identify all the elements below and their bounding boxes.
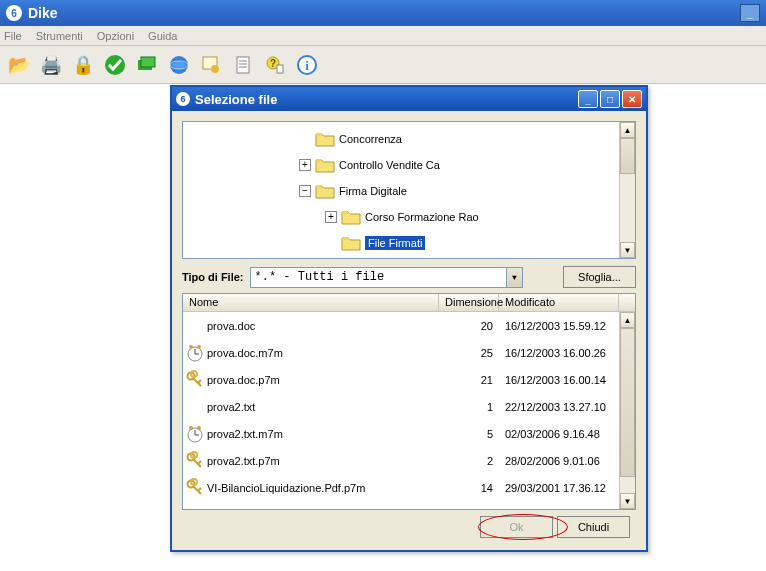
scroll-up-icon[interactable]: ▲ bbox=[620, 312, 635, 328]
file-row[interactable]: VI-BilancioLiquidazione.Pdf.p7m1429/03/2… bbox=[183, 474, 619, 501]
file-modified: 16/12/2003 15.59.12 bbox=[499, 320, 619, 332]
file-size: 2 bbox=[439, 455, 499, 467]
toolbar-cert-icon[interactable] bbox=[196, 50, 226, 80]
expand-icon[interactable]: + bbox=[299, 159, 311, 171]
file-modified: 28/02/2006 9.01.06 bbox=[499, 455, 619, 467]
menu-opzioni[interactable]: Opzioni bbox=[97, 30, 134, 42]
file-name: prova2.txt.p7m bbox=[207, 455, 439, 467]
file-row[interactable]: prova2.txt.p7m228/02/2006 9.01.06 bbox=[183, 447, 619, 474]
scroll-up-icon[interactable]: ▲ bbox=[620, 122, 635, 138]
dialog-title: Selezione file bbox=[195, 92, 277, 107]
toolbar-help-icon[interactable]: ? bbox=[260, 50, 290, 80]
file-modified: 22/12/2003 13.27.10 bbox=[499, 401, 619, 413]
keys-icon bbox=[183, 477, 207, 499]
file-selection-dialog: 6 Selezione file _ □ ✕ Concorrenza+Contr… bbox=[170, 85, 648, 552]
file-modified: 16/12/2003 16.00.14 bbox=[499, 374, 619, 386]
menu-guida[interactable]: Guida bbox=[148, 30, 177, 42]
col-name[interactable]: Nome bbox=[183, 294, 439, 311]
col-size[interactable]: Dimensione bbox=[439, 294, 499, 311]
folder-tree: Concorrenza+Controllo Vendite Ca−Firma D… bbox=[182, 121, 636, 259]
file-row[interactable]: prova.doc.m7m2516/12/2003 16.00.26 bbox=[183, 339, 619, 366]
file-size: 14 bbox=[439, 482, 499, 494]
app-title: Dike bbox=[28, 5, 58, 21]
toolbar-lock-icon[interactable]: 🔒 bbox=[68, 50, 98, 80]
chevron-down-icon[interactable]: ▼ bbox=[506, 268, 522, 287]
file-type-value: *.* - Tutti i file bbox=[255, 270, 385, 284]
main-titlebar: 6 Dike _ bbox=[0, 0, 766, 26]
folder-icon bbox=[315, 157, 335, 173]
toolbar-globe-icon[interactable] bbox=[164, 50, 194, 80]
file-list-header: Nome Dimensione Modificato bbox=[183, 294, 635, 312]
tree-item-label: Concorrenza bbox=[339, 133, 402, 145]
tree-item[interactable]: +Controllo Vendite Ca bbox=[183, 152, 479, 178]
scroll-down-icon[interactable]: ▼ bbox=[620, 493, 635, 509]
dialog-titlebar[interactable]: 6 Selezione file _ □ ✕ bbox=[172, 87, 646, 111]
clock-icon bbox=[183, 342, 207, 364]
tree-item[interactable]: File Firmati bbox=[183, 230, 479, 256]
blank-icon bbox=[183, 315, 207, 337]
keys-icon bbox=[183, 450, 207, 472]
file-row[interactable]: prova.doc2016/12/2003 15.59.12 bbox=[183, 312, 619, 339]
svg-point-28 bbox=[189, 426, 193, 430]
svg-line-36 bbox=[198, 488, 201, 491]
ok-button[interactable]: Ok bbox=[480, 516, 553, 538]
keys-icon bbox=[183, 369, 207, 391]
toolbar-stack-icon[interactable] bbox=[132, 50, 162, 80]
toolbar-print-icon[interactable]: 🖨️ bbox=[36, 50, 66, 80]
file-size: 20 bbox=[439, 320, 499, 332]
toolbar-check-icon[interactable] bbox=[100, 50, 130, 80]
browse-button[interactable]: Sfoglia... bbox=[563, 266, 636, 288]
file-name: VI-BilancioLiquidazione.Pdf.p7m bbox=[207, 482, 439, 494]
file-type-select[interactable]: *.* - Tutti i file ▼ bbox=[250, 267, 523, 288]
tree-scrollbar[interactable]: ▲ ▼ bbox=[619, 122, 635, 258]
toolbar-document-icon[interactable] bbox=[228, 50, 258, 80]
tree-item[interactable]: +Corso Formazione Rao bbox=[183, 204, 479, 230]
tree-item-label: File Firmati bbox=[365, 236, 425, 250]
file-name: prova2.txt.m7m bbox=[207, 428, 439, 440]
dialog-minimize-button[interactable]: _ bbox=[578, 90, 598, 108]
folder-icon bbox=[341, 235, 361, 251]
toolbar: 📂 🖨️ 🔒 ? i bbox=[0, 46, 766, 84]
folder-icon bbox=[315, 183, 335, 199]
close-button[interactable]: Chiudi bbox=[557, 516, 630, 538]
file-name: prova.doc.m7m bbox=[207, 347, 439, 359]
dialog-close-button[interactable]: ✕ bbox=[622, 90, 642, 108]
file-size: 5 bbox=[439, 428, 499, 440]
expand-icon[interactable]: + bbox=[325, 211, 337, 223]
tree-item[interactable]: Concorrenza bbox=[183, 126, 479, 152]
tree-item-label: Corso Formazione Rao bbox=[365, 211, 479, 223]
app-icon: 6 bbox=[6, 5, 22, 21]
svg-rect-13 bbox=[277, 65, 283, 73]
file-modified: 02/03/2006 9.16.48 bbox=[499, 428, 619, 440]
tree-item-label: Firma Digitale bbox=[339, 185, 407, 197]
svg-point-6 bbox=[211, 65, 219, 73]
folder-icon bbox=[315, 131, 335, 147]
toolbar-info-icon[interactable]: i bbox=[292, 50, 322, 80]
col-mod[interactable]: Modificato bbox=[499, 294, 619, 311]
svg-line-23 bbox=[198, 380, 201, 383]
file-row[interactable]: prova2.txt.m7m502/03/2006 9.16.48 bbox=[183, 420, 619, 447]
file-size: 21 bbox=[439, 374, 499, 386]
toolbar-open-icon[interactable]: 📂 bbox=[4, 50, 34, 80]
svg-point-29 bbox=[197, 426, 201, 430]
file-modified: 16/12/2003 16.00.26 bbox=[499, 347, 619, 359]
tree-item[interactable]: −Firma Digitale bbox=[183, 178, 479, 204]
menu-file[interactable]: File bbox=[4, 30, 22, 42]
folder-icon bbox=[341, 209, 361, 225]
clock-icon bbox=[183, 423, 207, 445]
svg-text:?: ? bbox=[270, 58, 276, 69]
menu-strumenti[interactable]: Strumenti bbox=[36, 30, 83, 42]
scroll-down-icon[interactable]: ▼ bbox=[620, 242, 635, 258]
svg-rect-7 bbox=[237, 57, 249, 73]
main-minimize-button[interactable]: _ bbox=[740, 4, 760, 22]
svg-rect-2 bbox=[141, 57, 155, 67]
list-scrollbar[interactable]: ▲ ▼ bbox=[619, 312, 635, 509]
dialog-maximize-button[interactable]: □ bbox=[600, 90, 620, 108]
file-name: prova2.txt bbox=[207, 401, 439, 413]
file-modified: 29/03/2001 17.36.12 bbox=[499, 482, 619, 494]
file-row[interactable]: prova2.txt122/12/2003 13.27.10 bbox=[183, 393, 619, 420]
file-row[interactable]: prova.doc.p7m2116/12/2003 16.00.14 bbox=[183, 366, 619, 393]
blank-icon bbox=[183, 396, 207, 418]
collapse-icon[interactable]: − bbox=[299, 185, 311, 197]
file-name: prova.doc bbox=[207, 320, 439, 332]
